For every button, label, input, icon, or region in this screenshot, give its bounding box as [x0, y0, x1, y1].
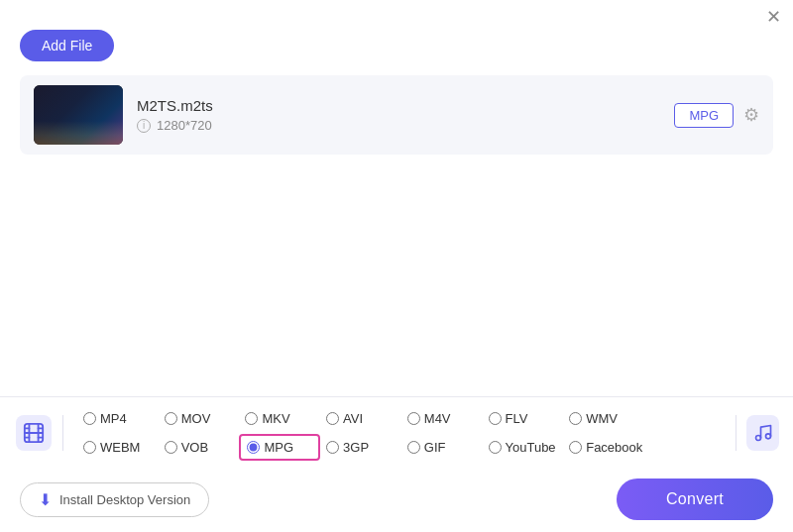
format-option-wmv[interactable]: WMV [563, 405, 648, 432]
format-option-youtube[interactable]: YouTube [483, 434, 564, 461]
radio-gif[interactable] [407, 441, 420, 454]
radio-avi[interactable] [326, 412, 339, 425]
radio-mkv[interactable] [245, 412, 258, 425]
format-option-vob[interactable]: VOB [159, 434, 240, 461]
radio-mov[interactable] [165, 412, 177, 425]
format-label-webm[interactable]: WEBM [100, 440, 140, 455]
file-name: M2TS.m2ts [137, 97, 660, 114]
info-icon[interactable]: i [137, 119, 151, 133]
svg-point-8 [755, 436, 760, 441]
add-file-button[interactable]: Add File [20, 30, 114, 61]
audio-format-icon-area [736, 415, 779, 451]
radio-vob[interactable] [165, 441, 177, 454]
settings-button[interactable]: ⚙ [743, 104, 759, 126]
format-option-3gp[interactable]: 3GP [320, 434, 401, 461]
format-label-flv[interactable]: FLV [506, 411, 528, 426]
radio-flv[interactable] [489, 412, 502, 425]
format-label-mpg[interactable]: MPG [264, 440, 293, 455]
format-label-youtube[interactable]: YouTube [506, 440, 556, 455]
install-button[interactable]: ⬇ Install Desktop Version [20, 482, 209, 517]
format-picker: MP4MOVMKVAVIM4VFLVWMVWEBMVOBMPG3GPGIFYou… [0, 397, 793, 469]
radio-webm[interactable] [83, 441, 96, 454]
format-option-gif[interactable]: GIF [401, 434, 483, 461]
music-icon[interactable] [746, 415, 779, 451]
file-resolution: 1280*720 [157, 118, 212, 133]
film-icon[interactable] [16, 415, 52, 451]
format-label-mkv[interactable]: MKV [262, 411, 289, 426]
radio-wmv[interactable] [569, 412, 582, 425]
main-content: Add File M2TS.m2ts i 1280*720 MPG ⚙ [0, 30, 793, 155]
format-empty-1 [648, 405, 730, 432]
close-button[interactable]: ✕ [766, 8, 781, 26]
file-card: M2TS.m2ts i 1280*720 MPG ⚙ [20, 75, 773, 155]
install-label: Install Desktop Version [59, 492, 190, 507]
svg-point-9 [765, 434, 770, 439]
format-option-m4v[interactable]: M4V [401, 405, 483, 432]
file-actions: MPG ⚙ [674, 103, 759, 128]
file-thumbnail [34, 85, 123, 145]
radio-youtube[interactable] [489, 441, 502, 454]
radio-m4v[interactable] [407, 412, 420, 425]
title-bar: ✕ [0, 0, 793, 30]
file-meta: i 1280*720 [137, 118, 660, 133]
format-option-mpg[interactable]: MPG [239, 434, 320, 461]
format-label-vob[interactable]: VOB [181, 440, 208, 455]
footer-bar: ⬇ Install Desktop Version Convert [0, 469, 793, 532]
format-option-facebook[interactable]: Facebook [563, 434, 648, 461]
format-badge-button[interactable]: MPG [674, 103, 734, 128]
radio-mpg[interactable] [247, 441, 260, 454]
format-option-mkv[interactable]: MKV [239, 405, 320, 432]
radio-mp4[interactable] [83, 412, 96, 425]
convert-button[interactable]: Convert [617, 479, 773, 520]
format-label-wmv[interactable]: WMV [586, 411, 618, 426]
format-option-mov[interactable]: MOV [159, 405, 240, 432]
format-option-mp4[interactable]: MP4 [77, 405, 159, 432]
video-format-icon-area [14, 415, 63, 451]
format-grid: MP4MOVMKVAVIM4VFLVWMVWEBMVOBMPG3GPGIFYou… [77, 405, 730, 461]
bottom-panel: MP4MOVMKVAVIM4VFLVWMVWEBMVOBMPG3GPGIFYou… [0, 396, 793, 532]
format-option-webm[interactable]: WEBM [77, 434, 159, 461]
radio-3gp[interactable] [326, 441, 339, 454]
format-label-avi[interactable]: AVI [343, 411, 363, 426]
format-label-3gp[interactable]: 3GP [343, 440, 369, 455]
file-info: M2TS.m2ts i 1280*720 [137, 97, 660, 133]
format-option-avi[interactable]: AVI [320, 405, 401, 432]
format-empty-2 [648, 434, 730, 461]
format-label-facebook[interactable]: Facebook [586, 440, 642, 455]
format-label-mp4[interactable]: MP4 [100, 411, 127, 426]
format-label-gif[interactable]: GIF [424, 440, 446, 455]
format-option-flv[interactable]: FLV [483, 405, 564, 432]
format-label-mov[interactable]: MOV [181, 411, 211, 426]
download-icon: ⬇ [39, 490, 52, 509]
format-label-m4v[interactable]: M4V [424, 411, 451, 426]
thumbnail-image [34, 85, 123, 145]
radio-facebook[interactable] [569, 441, 582, 454]
